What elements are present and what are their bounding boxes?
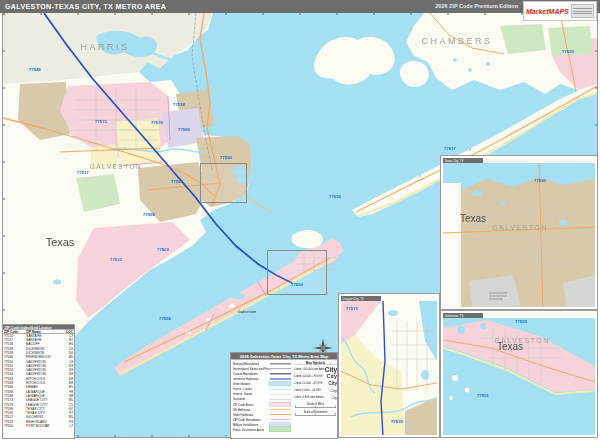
inset-galveston: Galveston, TX <box>441 311 597 437</box>
legend-item-label: Parks, Recreation Areas <box>233 428 269 431</box>
legend-item-label: Rivers, Creeks <box>233 388 270 391</box>
legend-swatch <box>270 394 291 395</box>
city-class-label: Cities 5,000 - 24,999 <box>294 389 331 392</box>
legend-swatch <box>270 363 291 365</box>
scale-group: Scale of Kilometers <box>294 410 337 416</box>
inset-league-city-graphic <box>341 301 437 437</box>
legend-item-label: Water Bodies <box>233 382 269 385</box>
scale-bar <box>295 406 336 408</box>
grid-ticks-top <box>3 13 597 15</box>
legend-city-classes: Cities 100,000 and Above City Cities 50,… <box>294 366 337 401</box>
legend-item-label: US Highways <box>233 408 270 411</box>
inset-league-city: League City, TX <box>339 294 439 437</box>
inset-galveston-graphic <box>443 318 595 437</box>
stock-label <box>571 4 594 18</box>
scale-bar <box>295 414 336 416</box>
legend-item-label: Railroads <box>233 398 270 401</box>
name-cell: PORT BOLIVAR <box>25 424 62 428</box>
city-sample-text: City <box>331 388 337 393</box>
legend-item-label: International States and Provinces <box>233 367 270 370</box>
inset-texas-city-graphic <box>443 163 595 309</box>
legend-item: Parks, Recreation Areas <box>233 427 291 432</box>
marketmaps-logo: MarketMAPS <box>523 1 597 21</box>
legend-swatch <box>269 422 291 427</box>
legend-swatch <box>269 382 291 387</box>
legend-item-label: ZIP Code Areas <box>233 403 269 406</box>
legend-swatch <box>270 378 291 379</box>
inset-texas-city: Texas City, TX <box>441 156 597 309</box>
city-class-label: Cities 4,999 and Below <box>294 396 331 399</box>
legend-item-label: ZIP Code Boundaries <box>233 418 270 421</box>
zip-index-table: ZIP Code ZIP Name LOC 77510 SANTA FE C7 <box>3 330 74 429</box>
legend-swatch <box>269 428 291 433</box>
city-class-row: Cities 4,999 and Below City <box>294 394 337 401</box>
legend-scales: Scale of Miles Scale of Kilometers <box>294 403 337 416</box>
legend-item-label: Military Installations <box>233 423 269 426</box>
loc-cell: L7 <box>62 424 74 428</box>
map-legend: 2026 Galveston-Texas City, TX Metro Area… <box>230 352 338 439</box>
inset-texas-city-title: Texas City, TX <box>443 158 483 163</box>
zip-cell: 77650 <box>3 424 25 428</box>
galveston-inset-indicator <box>267 250 327 295</box>
legend-swatch <box>270 373 291 375</box>
legend-item-label: State Highways <box>233 413 270 416</box>
inset-galveston-title: Galveston, TX <box>443 313 483 318</box>
map-title: GALVESTON-TEXAS CITY, TX METRO AREA <box>5 3 166 10</box>
legend-item-label: Streets, Roads <box>233 393 270 396</box>
inset-league-city-title: League City, TX <box>341 296 381 301</box>
city-sample-text: City <box>325 365 337 373</box>
legend-swatch <box>270 414 291 415</box>
city-class-label: Cities 100,000 and Above <box>294 368 325 371</box>
legend-item-label: Interstate Highways <box>233 377 270 380</box>
legend-swatch <box>270 389 291 390</box>
city-class-row: Cities 25,000 - 49,999 City <box>294 380 337 387</box>
legend-swatch <box>270 419 291 420</box>
edition-label: 2026 ZIP Code Premium Edition <box>435 3 518 9</box>
city-sample-text: City <box>327 373 337 379</box>
title-bar: GALVESTON-TEXAS CITY, TX METRO AREA 2026… <box>0 0 600 13</box>
wall-map-sheet: GALVESTON-TEXAS CITY, TX METRO AREA 2026… <box>0 0 600 440</box>
city-class-row: Cities 5,000 - 24,999 City <box>294 387 337 394</box>
city-sample-text: City <box>328 381 337 386</box>
legend-swatch <box>270 399 291 400</box>
legend-items: National Boundaries International States… <box>233 361 291 432</box>
legend-item-label: County Boundaries <box>233 372 270 375</box>
city-class-row: Cities 50,000 - 99,999 City <box>294 373 337 380</box>
city-class-label: Cities 50,000 - 99,999 <box>294 375 327 378</box>
legend-swatch <box>270 409 291 410</box>
legend-swatch <box>269 402 291 407</box>
legend-swatch <box>270 368 291 369</box>
texas-city-inset-indicator <box>200 163 247 203</box>
zip-code-index: ZIP Code Index/Grid Locator ZIP Code ZIP… <box>2 324 75 439</box>
city-sample-text: City <box>331 395 337 399</box>
city-class-row: Cities 100,000 and Above City <box>294 366 337 373</box>
scale-group: Scale of Miles <box>294 403 337 409</box>
brand-text: MarketMAPS <box>526 8 569 15</box>
zip-table-row: 77650 PORT BOLIVAR L7 <box>3 424 74 428</box>
city-class-label: Cities 25,000 - 49,999 <box>294 382 328 385</box>
legend-item-label: National Boundaries <box>233 362 270 365</box>
legend-symbols-heading: Map Symbols <box>294 361 337 365</box>
